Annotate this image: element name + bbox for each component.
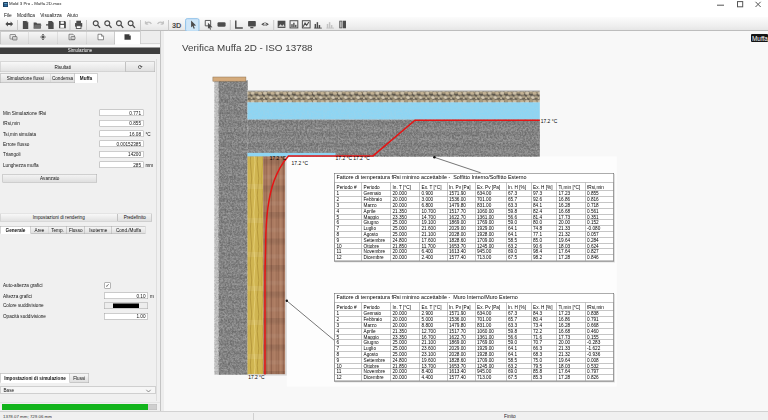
svg-text:3D: 3D: [172, 21, 182, 30]
svg-text:17.2 °C: 17.2 °C: [541, 119, 558, 124]
svg-text:17.2 °C: 17.2 °C: [248, 375, 265, 380]
svg-text:17.2 °C: 17.2 °C: [292, 162, 309, 167]
svg-text:17.2 °C: 17.2 °C: [270, 156, 287, 161]
svg-text:17.2 °C 17.2 °C: 17.2 °C 17.2 °C: [336, 156, 371, 161]
